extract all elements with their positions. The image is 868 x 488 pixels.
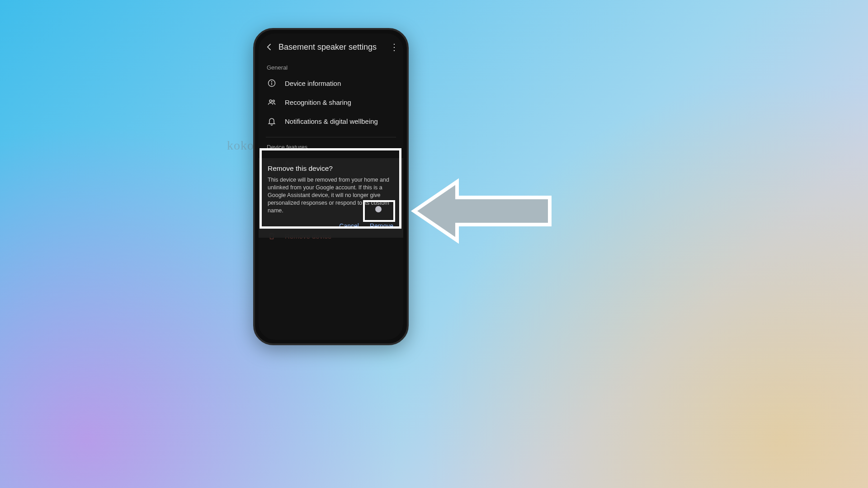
section-label-features: Device features bbox=[267, 144, 396, 150]
row-label: Device information bbox=[285, 80, 341, 87]
row-notifications-wellbeing[interactable]: Notifications & digital wellbeing bbox=[266, 112, 396, 131]
row-label: Notifications & digital wellbeing bbox=[285, 117, 378, 125]
phone-screen: Basement speaker settings ⋮ General Devi… bbox=[259, 33, 403, 340]
remove-button[interactable]: Remove bbox=[369, 221, 394, 231]
cancel-button[interactable]: Cancel bbox=[338, 221, 360, 231]
row-recognition-sharing[interactable]: Recognition & sharing bbox=[266, 93, 396, 112]
dialog-title: Remove this device? bbox=[268, 164, 394, 173]
svg-point-4 bbox=[273, 100, 274, 102]
info-icon bbox=[266, 79, 278, 88]
dialog-body: This device will be removed from your ho… bbox=[268, 176, 394, 214]
svg-point-3 bbox=[269, 100, 272, 102]
row-device-information[interactable]: Device information bbox=[266, 74, 396, 93]
app-header: Basement speaker settings ⋮ bbox=[259, 36, 403, 58]
row-label: Recognition & sharing bbox=[285, 99, 351, 106]
divider bbox=[266, 137, 396, 137]
people-icon bbox=[266, 98, 278, 107]
section-label-general: General bbox=[267, 64, 396, 71]
annotation-arrow bbox=[410, 177, 554, 245]
overflow-menu-button[interactable]: ⋮ bbox=[390, 42, 399, 52]
phone-frame: Basement speaker settings ⋮ General Devi… bbox=[253, 28, 409, 345]
back-button[interactable] bbox=[263, 41, 276, 53]
svg-point-2 bbox=[272, 81, 272, 82]
bell-icon bbox=[266, 117, 278, 126]
desktop-background: kokopd.com Basement speaker settings ⋮ G… bbox=[0, 0, 868, 488]
page-title: Basement speaker settings bbox=[278, 42, 390, 52]
confirm-dialog: Remove this device? This device will be … bbox=[259, 158, 403, 238]
